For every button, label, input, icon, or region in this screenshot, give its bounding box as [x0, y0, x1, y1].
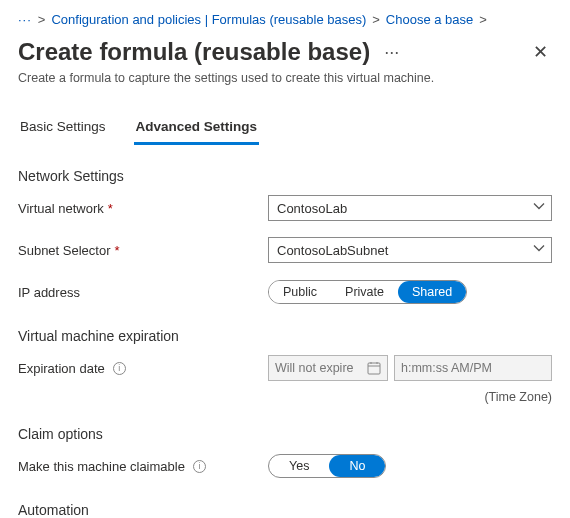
calendar-icon [367, 361, 381, 375]
ip-label: IP address [18, 285, 268, 300]
ip-opt-shared[interactable]: Shared [398, 281, 466, 303]
ip-opt-private[interactable]: Private [331, 281, 398, 303]
chevron-down-icon [533, 243, 545, 258]
ip-opt-public[interactable]: Public [269, 281, 331, 303]
expiration-date-placeholder: Will not expire [275, 361, 354, 375]
page-title: Create formula (reusable base) [18, 38, 370, 66]
expiration-label: Expiration date i [18, 361, 268, 376]
expiration-time-input[interactable]: h:mm:ss AM/PM [394, 355, 552, 381]
vnet-value: ContosoLab [277, 201, 347, 216]
tab-basic-settings[interactable]: Basic Settings [18, 113, 108, 145]
breadcrumb-sep: > [38, 12, 46, 27]
subnet-label: Subnet Selector * [18, 243, 268, 258]
info-icon[interactable]: i [113, 362, 126, 375]
timezone-label: (Time Zone) [18, 390, 552, 404]
section-automation: Automation [18, 502, 552, 518]
claimable-toggle: Yes No [268, 454, 386, 478]
expiration-time-placeholder: h:mm:ss AM/PM [401, 361, 492, 375]
page-subtitle: Create a formula to capture the settings… [18, 71, 552, 85]
ip-address-segmented: Public Private Shared [268, 280, 467, 304]
tab-advanced-settings[interactable]: Advanced Settings [134, 113, 260, 145]
breadcrumb-link-choose-base[interactable]: Choose a base [386, 12, 473, 27]
vnet-select[interactable]: ContosoLab [268, 195, 552, 221]
svg-rect-0 [368, 363, 380, 374]
more-actions-icon[interactable]: ··· [384, 43, 399, 61]
close-icon[interactable]: ✕ [529, 37, 552, 67]
tabs: Basic Settings Advanced Settings [18, 113, 552, 146]
section-network: Network Settings [18, 168, 552, 184]
breadcrumb-link-config[interactable]: Configuration and policies | Formulas (r… [51, 12, 366, 27]
claim-opt-yes[interactable]: Yes [269, 455, 329, 477]
breadcrumb-sep: > [479, 12, 487, 27]
vnet-label: Virtual network * [18, 201, 268, 216]
subnet-value: ContosoLabSubnet [277, 243, 388, 258]
breadcrumb: ··· > Configuration and policies | Formu… [18, 12, 552, 27]
claim-opt-no[interactable]: No [329, 455, 385, 477]
breadcrumb-ellipsis[interactable]: ··· [18, 12, 32, 27]
subnet-select[interactable]: ContosoLabSubnet [268, 237, 552, 263]
claimable-label: Make this machine claimable i [18, 459, 268, 474]
section-claim-options: Claim options [18, 426, 552, 442]
expiration-date-input[interactable]: Will not expire [268, 355, 388, 381]
breadcrumb-sep: > [372, 12, 380, 27]
info-icon[interactable]: i [193, 460, 206, 473]
section-vm-expiration: Virtual machine expiration [18, 328, 552, 344]
chevron-down-icon [533, 201, 545, 216]
